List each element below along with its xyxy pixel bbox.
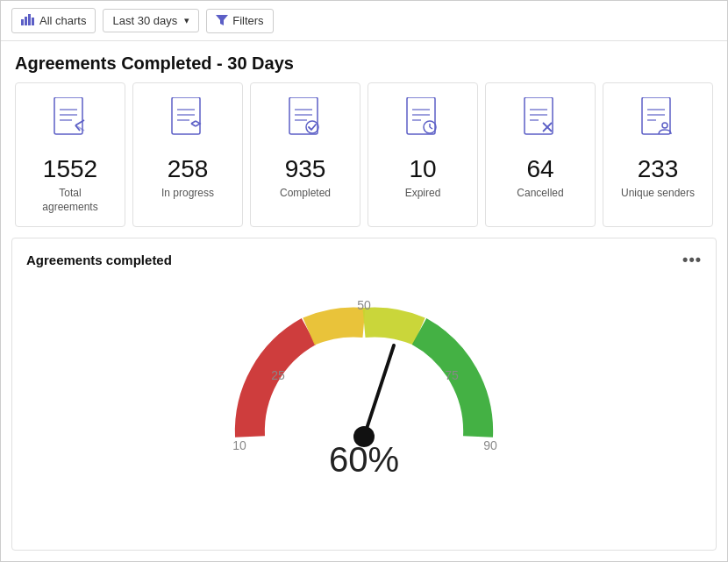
- stat-card-unique-senders[interactable]: 233 Unique senders: [603, 82, 713, 227]
- svg-rect-3: [32, 18, 34, 25]
- filters-button[interactable]: Filters: [206, 9, 273, 33]
- person-doc-icon: [639, 97, 677, 148]
- filters-label: Filters: [232, 14, 263, 27]
- stats-row: 1552 Totalagreements 258 In progress: [1, 82, 727, 238]
- app-container: All charts Last 30 days ▾ Filters Agreem…: [0, 0, 728, 562]
- stat-label-progress: In progress: [161, 187, 214, 201]
- chevron-down-icon: ▾: [184, 15, 189, 26]
- gauge-svg: 10 25 50 75 90: [197, 283, 531, 476]
- gauge-tick-10: 10: [232, 438, 246, 452]
- x-doc-icon: [521, 97, 560, 148]
- charts-icon: [21, 13, 35, 28]
- svg-marker-4: [216, 15, 228, 25]
- stat-label-expired: Expired: [405, 187, 441, 201]
- svg-rect-0: [21, 19, 24, 25]
- stat-label-senders: Unique senders: [621, 187, 695, 201]
- svg-rect-12: [172, 97, 200, 134]
- stat-number-completed: 935: [285, 157, 326, 181]
- stat-card-cancelled[interactable]: 64 Cancelled: [485, 82, 596, 227]
- chart-panel-header: Agreements completed •••: [26, 251, 702, 269]
- stat-number-cancelled: 64: [526, 157, 553, 181]
- svg-line-27: [430, 127, 432, 129]
- svg-rect-34: [642, 97, 670, 134]
- stat-card-expired[interactable]: 10 Expired: [368, 82, 478, 227]
- stat-number-total: 1552: [43, 157, 97, 181]
- gauge-wrapper: 10 25 50 75 90: [197, 283, 531, 476]
- stat-number-senders: 233: [638, 157, 679, 181]
- filter-icon: [216, 14, 228, 28]
- svg-rect-1: [25, 17, 27, 25]
- toolbar: All charts Last 30 days ▾ Filters: [1, 1, 727, 41]
- all-charts-button[interactable]: All charts: [11, 8, 96, 33]
- stat-card-total-agreements[interactable]: 1552 Totalagreements: [15, 82, 125, 227]
- date-range-label: Last 30 days: [112, 14, 177, 27]
- stat-card-in-progress[interactable]: 258 In progress: [132, 82, 243, 227]
- gauge-tick-50: 50: [357, 298, 371, 312]
- gauge-tick-90: 90: [483, 438, 497, 452]
- gauge-tick-25: 25: [271, 368, 285, 382]
- date-range-button[interactable]: Last 30 days ▾: [103, 9, 199, 32]
- chart-panel: Agreements completed •••: [11, 238, 717, 551]
- gauge-container: 10 25 50 75 90: [26, 274, 702, 494]
- all-charts-label: All charts: [39, 14, 86, 27]
- stat-card-completed[interactable]: 935 Completed: [250, 82, 360, 227]
- stat-label-cancelled: Cancelled: [517, 187, 563, 201]
- stat-label-total: Totalagreements: [42, 187, 97, 214]
- stat-number-progress: 258: [168, 157, 209, 181]
- svg-rect-2: [28, 14, 31, 25]
- stat-label-completed: Completed: [280, 187, 331, 201]
- gauge-tick-75: 75: [445, 368, 459, 382]
- stat-number-expired: 10: [409, 157, 436, 181]
- send-doc-icon: [51, 97, 89, 148]
- progress-doc-icon: [168, 97, 207, 148]
- chart-panel-title: Agreements completed: [26, 253, 172, 267]
- gauge-percentage-text: 60%: [329, 440, 399, 476]
- gauge-needle: [364, 345, 394, 437]
- svg-point-38: [662, 123, 667, 128]
- check-doc-icon: [286, 97, 325, 148]
- clock-doc-icon: [403, 97, 442, 148]
- page-title: Agreements Completed - 30 Days: [15, 53, 713, 74]
- more-options-button[interactable]: •••: [682, 251, 702, 269]
- page-title-bar: Agreements Completed - 30 Days: [1, 41, 727, 82]
